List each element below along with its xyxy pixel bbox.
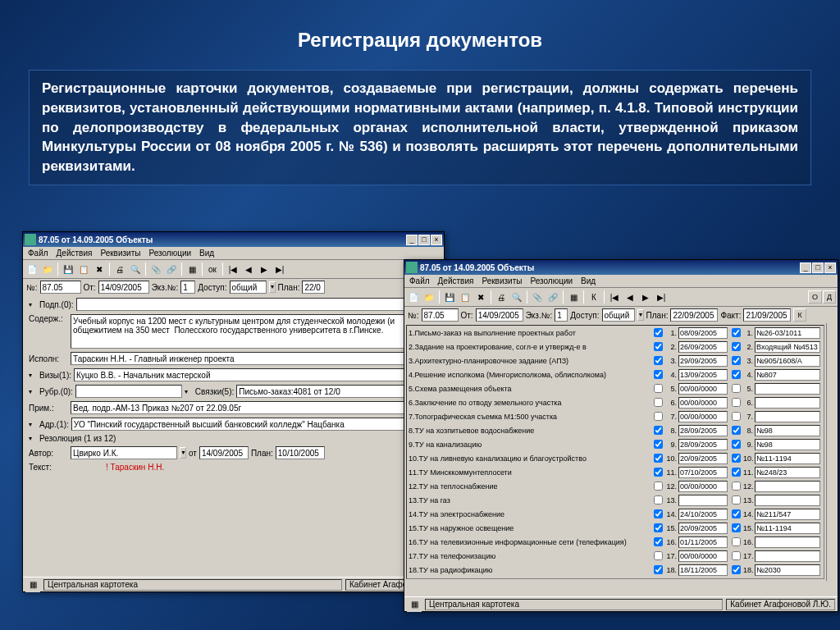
dostup-dropdown-icon[interactable]: ▼ (637, 309, 644, 321)
maximize-button[interactable]: □ (812, 262, 824, 273)
row-check2[interactable] (732, 440, 741, 449)
row-check1[interactable] (654, 495, 663, 504)
ekz-input[interactable] (180, 281, 195, 294)
row-date[interactable] (678, 411, 728, 422)
tool-open-icon[interactable]: 📁 (422, 290, 436, 304)
row-code[interactable] (755, 536, 820, 548)
podp-input[interactable] (76, 298, 438, 311)
row-date[interactable] (678, 341, 728, 353)
tool-new-icon[interactable]: 📄 (25, 262, 39, 276)
menu-view[interactable]: Вид (199, 249, 214, 258)
ispoln-input[interactable] (71, 352, 438, 365)
collapse-icon[interactable]: ▾ (29, 421, 37, 428)
row-code[interactable] (755, 453, 820, 464)
row-check2[interactable] (732, 384, 741, 393)
row-date[interactable] (678, 327, 728, 339)
list-row[interactable]: 19.ТУ на диспетчеризацию лифтов19.19. (407, 577, 824, 579)
avtor-dropdown-icon[interactable]: ▼ (180, 447, 186, 459)
collapse-icon[interactable]: ▾ (29, 435, 37, 442)
row-date[interactable] (678, 383, 728, 395)
row-date[interactable] (678, 564, 728, 576)
menu-file[interactable]: Файл (409, 276, 430, 285)
menu-view[interactable]: Вид (581, 276, 596, 285)
tool-form-icon[interactable]: ▦ (566, 290, 581, 304)
rez-plan-input[interactable] (276, 446, 325, 459)
minimize-button[interactable]: _ (800, 262, 811, 273)
list-row[interactable]: 16.ТУ на телевизионные информационные се… (407, 535, 824, 549)
row-code[interactable] (755, 355, 820, 367)
row-code[interactable] (755, 467, 820, 478)
row-check1[interactable] (654, 370, 663, 379)
list-row[interactable]: 13.ТУ на газ13.13. (407, 493, 824, 507)
tool-copy-icon[interactable]: 📋 (458, 290, 472, 304)
row-date[interactable] (678, 578, 728, 580)
row-check1[interactable] (654, 412, 663, 421)
close-button[interactable]: × (431, 235, 442, 245)
soderzh-textarea[interactable]: Учебный корпус на 1200 мест с культурным… (71, 314, 438, 349)
row-check1[interactable] (654, 523, 663, 532)
menu-resolutions[interactable]: Резолюции (148, 249, 191, 258)
dostup-input[interactable] (602, 308, 635, 322)
row-check1[interactable] (654, 454, 663, 463)
row-code[interactable] (755, 481, 820, 492)
tool-preview-icon[interactable]: 🔍 (128, 262, 143, 276)
row-code[interactable] (755, 495, 820, 506)
no-input[interactable] (40, 281, 81, 294)
row-date[interactable] (678, 467, 728, 478)
list-row[interactable]: 5.Схема размещения объекта5.5. (407, 381, 824, 395)
row-code[interactable] (755, 411, 820, 422)
row-check2[interactable] (732, 356, 741, 365)
row-check2[interactable] (732, 328, 741, 337)
minimize-button[interactable]: _ (406, 235, 418, 245)
tool-delete-icon[interactable]: ✖ (473, 290, 488, 304)
collapse-icon[interactable]: ▾ (29, 388, 37, 395)
nav-prev-icon[interactable]: ◀ (241, 262, 256, 276)
rubr-input[interactable] (75, 385, 182, 398)
tool-form-icon[interactable]: ▦ (185, 262, 199, 276)
row-check1[interactable] (654, 342, 663, 351)
list-row[interactable]: 12.ТУ на теплоснабжение12.12. (407, 479, 824, 493)
list-row[interactable]: 3.Архитектурно-планировочное задание (АП… (407, 354, 824, 368)
row-code[interactable] (755, 523, 820, 534)
row-check1[interactable] (654, 356, 663, 365)
btn-d[interactable]: Д (823, 290, 836, 304)
row-code[interactable] (755, 439, 820, 450)
row-date[interactable] (678, 536, 728, 548)
list-row[interactable]: 4.Решение исполкома (Мингорисполкома, об… (407, 368, 824, 381)
row-check1[interactable] (654, 398, 663, 407)
row-code[interactable] (755, 341, 820, 353)
adr-input[interactable] (71, 418, 438, 431)
row-check2[interactable] (732, 370, 741, 379)
list-row[interactable]: 18.ТУ на радиофикацию18.18. (407, 563, 824, 577)
row-check1[interactable] (654, 328, 663, 337)
avtor-input[interactable] (71, 446, 177, 459)
ekz-input[interactable] (555, 308, 568, 322)
row-check1[interactable] (654, 482, 663, 491)
list-row[interactable]: 2.Задание на проектирование, согл-е и ут… (407, 340, 824, 354)
tool-delete-icon[interactable]: ✖ (92, 262, 107, 276)
titlebar[interactable]: 87.05 от 14.09.2005 Объекты _ □ × (23, 232, 444, 247)
nav-first-icon[interactable]: |◀ (607, 290, 622, 304)
list-row[interactable]: 14.ТУ на электроснабжение14.14. (407, 507, 824, 521)
status-icon[interactable]: ▦ (407, 597, 422, 612)
nav-last-icon[interactable]: ▶| (654, 290, 669, 304)
row-date[interactable] (678, 439, 728, 450)
tool-preview-icon[interactable]: 🔍 (509, 290, 524, 304)
close-button[interactable]: × (824, 262, 836, 273)
row-check2[interactable] (732, 398, 741, 407)
status-icon[interactable]: ▦ (25, 578, 40, 592)
tool-print-icon[interactable]: 🖨 (112, 262, 127, 276)
list-row[interactable]: 11.ТУ Минсккоммунтеплосети11.11. (407, 465, 824, 479)
row-check1[interactable] (654, 565, 663, 574)
list-row[interactable]: 9.ТУ на канализацию9.9. (407, 437, 824, 451)
list-row[interactable]: 6.Заключение по отводу земельного участк… (407, 395, 824, 409)
row-date[interactable] (678, 509, 728, 520)
row-code[interactable] (755, 509, 820, 520)
row-check1[interactable] (654, 384, 663, 393)
list-row[interactable]: 1.Письмо-заказ на выполнение проектных р… (407, 326, 824, 340)
row-check1[interactable] (654, 440, 663, 449)
row-date[interactable] (678, 453, 728, 464)
list-row[interactable]: 10.ТУ на ливневую канализацию и благоуст… (407, 451, 824, 465)
row-date[interactable] (678, 523, 728, 534)
tool-copy-icon[interactable]: 📋 (76, 262, 91, 276)
